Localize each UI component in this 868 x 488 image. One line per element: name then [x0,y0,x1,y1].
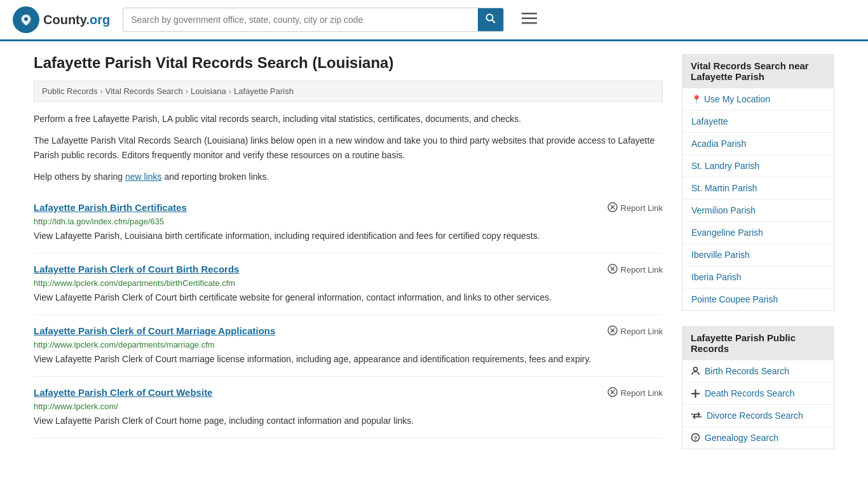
record-entry-3: Lafayette Parish Clerk of Court Website … [34,377,663,438]
report-label-0: Report Link [621,203,663,213]
record-title-0[interactable]: Lafayette Parish Birth Certificates [34,202,187,213]
report-link-btn-3[interactable]: Report Link [607,387,663,399]
record-url-0: http://ldh.la.gov/index.cfm/page/635 [34,217,663,226]
breadcrumb-louisiana[interactable]: Louisiana [191,86,226,96]
nearby-iberville: Iberville Parish [682,244,834,266]
breadcrumb-public-records[interactable]: Public Records [42,86,97,96]
svg-line-4 [492,20,496,24]
nearby-st-landry: St. Landry Parish [682,155,834,177]
record-url-1: http://www.lpclerk.com/departments/birth… [34,278,663,288]
content-area: Lafayette Parish Vital Records Search (L… [34,54,663,464]
nearby-lafayette-link[interactable]: Lafayette [682,111,834,132]
new-links-link[interactable]: new links [125,172,162,182]
public-records-list: Birth Records Search Death Records Searc… [682,360,834,449]
nearby-acadia: Acadia Parish [682,133,834,155]
report-icon-0 [607,202,618,214]
search-button[interactable] [478,8,503,31]
public-record-item-3: ? Genealogy Search [682,427,834,449]
svg-point-3 [487,15,493,21]
records-list: Lafayette Parish Birth Certificates Repo… [34,192,663,438]
public-record-label-1: Death Records Search [705,388,795,398]
svg-point-2 [24,17,28,21]
public-record-icon-1 [691,390,700,398]
search-input[interactable] [123,10,478,30]
public-record-label-0: Birth Records Search [705,366,789,376]
public-record-label-3: Genealogy Search [705,433,778,443]
public-record-label-2: Divorce Records Search [707,410,803,421]
sidebar-public-records-section: Lafayette Parish Public Records Birth Re… [682,326,834,449]
report-label-2: Report Link [621,327,663,336]
public-record-icon-0 [691,367,700,376]
nearby-st-martin-link[interactable]: St. Martin Parish [682,177,834,199]
nearby-iberville-link[interactable]: Iberville Parish [682,244,834,266]
report-link-btn-0[interactable]: Report Link [607,202,663,214]
svg-point-20 [694,367,698,371]
record-title-2[interactable]: Lafayette Parish Clerk of Court Marriage… [34,325,275,336]
record-desc-0: View Lafayette Parish, Louisiana birth c… [34,229,663,243]
nearby-iberia: Iberia Parish [682,266,834,288]
use-my-location-link[interactable]: 📍 Use My Location [682,88,834,110]
description-para1: Perform a free Lafayette Parish, LA publ… [34,112,663,126]
breadcrumb-vital-records[interactable]: Vital Records Search [105,86,183,96]
sidebar-public-records-header: Lafayette Parish Public Records [682,326,834,360]
record-url-3: http://www.lpclerk.com/ [34,402,663,411]
public-record-item-0: Birth Records Search [682,360,834,383]
report-icon-1 [607,264,618,276]
nearby-lafayette: Lafayette [682,111,834,133]
description-para3: Help others by sharing new links and rep… [34,170,663,184]
report-link-btn-2[interactable]: Report Link [607,325,663,337]
description-para2: The Lafayette Parish Vital Records Searc… [34,133,663,162]
nearby-vermilion: Vermilion Parish [682,200,834,222]
public-record-item-1: Death Records Search [682,383,834,405]
nearby-evangeline: Evangeline Parish [682,222,834,244]
pin-icon: 📍 [691,95,702,104]
svg-text:?: ? [694,435,698,442]
sidebar-vital-header: Vital Records Search near Lafayette Pari… [682,54,834,88]
record-desc-1: View Lafayette Parish Clerk of Court bir… [34,291,663,304]
sidebar: Vital Records Search near Lafayette Pari… [682,54,834,464]
record-entry-2: Lafayette Parish Clerk of Court Marriage… [34,315,663,377]
report-link-btn-1[interactable]: Report Link [607,264,663,276]
svg-rect-7 [522,22,537,24]
nearby-acadia-link[interactable]: Acadia Parish [682,133,834,154]
use-my-location-item: 📍 Use My Location [682,88,834,111]
search-bar [123,8,504,32]
sidebar-vital-section: Vital Records Search near Lafayette Pari… [682,54,834,311]
public-record-link-0[interactable]: Birth Records Search [682,360,834,382]
nearby-evangeline-link[interactable]: Evangeline Parish [682,222,834,243]
public-record-icon-3: ? [691,433,700,442]
nearby-st-landry-link[interactable]: St. Landry Parish [682,155,834,177]
public-record-link-3[interactable]: ? Genealogy Search [682,427,834,449]
site-logo[interactable]: County.org [13,6,110,33]
report-label-1: Report Link [621,265,663,274]
page-title: Lafayette Parish Vital Records Search (L… [34,54,663,72]
nearby-iberia-link[interactable]: Iberia Parish [682,266,834,288]
site-header: County.org [0,0,868,41]
report-icon-3 [607,387,618,399]
public-record-icon-2 [691,412,702,419]
nearby-pointe-coupee: Pointe Coupee Parish [682,288,834,310]
breadcrumb-current: Lafayette Parish [234,86,294,96]
nearby-pointe-coupee-link[interactable]: Pointe Coupee Parish [682,288,834,310]
report-label-3: Report Link [621,388,663,398]
breadcrumb: Public Records › Vital Records Search › … [34,81,663,102]
main-container: Lafayette Parish Vital Records Search (L… [21,41,847,477]
nearby-vermilion-link[interactable]: Vermilion Parish [682,200,834,221]
record-entry-0: Lafayette Parish Birth Certificates Repo… [34,192,663,254]
svg-rect-5 [522,13,537,15]
nearby-links-list: 📍 Use My Location Lafayette Acadia Paris… [682,88,834,311]
record-desc-2: View Lafayette Parish Clerk of Court mar… [34,353,663,366]
record-title-3[interactable]: Lafayette Parish Clerk of Court Website [34,387,212,398]
public-record-link-1[interactable]: Death Records Search [682,383,834,404]
logo-text: County.org [43,13,110,27]
hamburger-menu-button[interactable] [517,9,542,30]
record-title-1[interactable]: Lafayette Parish Clerk of Court Birth Re… [34,264,239,274]
record-desc-3: View Lafayette Parish Clerk of Court hom… [34,414,663,428]
logo-icon [13,6,39,33]
report-icon-2 [607,325,618,337]
record-entry-1: Lafayette Parish Clerk of Court Birth Re… [34,254,663,315]
nearby-st-martin: St. Martin Parish [682,177,834,200]
public-record-link-2[interactable]: Divorce Records Search [682,405,834,426]
svg-rect-6 [522,18,537,20]
public-record-item-2: Divorce Records Search [682,405,834,427]
